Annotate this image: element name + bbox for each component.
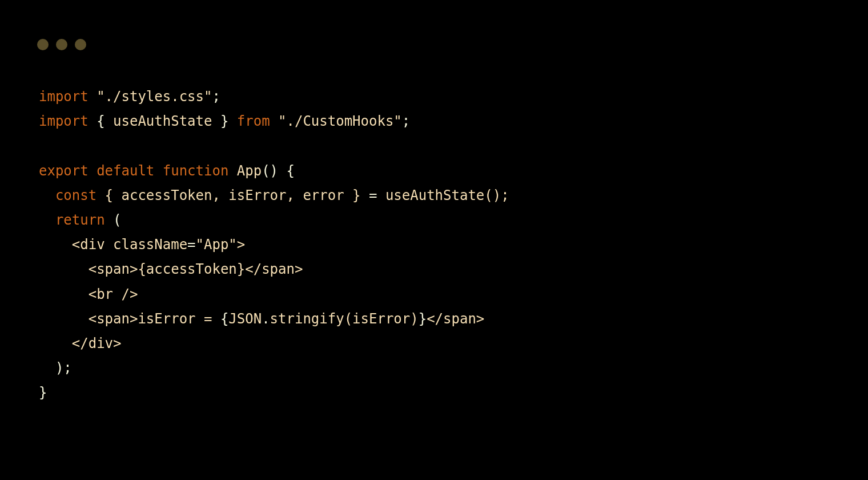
brace: }	[419, 311, 427, 327]
code-line: const { accessToken, isError, error } = …	[39, 183, 868, 208]
text: isError =	[138, 311, 220, 327]
paren: );	[55, 360, 72, 376]
code-line: import "./styles.css";	[39, 85, 868, 109]
code-line: );	[39, 356, 868, 381]
semicolon: ;	[212, 89, 220, 105]
jsx-tag-close: >	[237, 237, 245, 253]
keyword-function: function	[154, 163, 228, 179]
close-icon[interactable]	[37, 39, 49, 50]
code-line: return (	[39, 208, 868, 233]
equals: =	[187, 237, 195, 253]
destructure: { accessToken, isError, error }	[97, 187, 369, 203]
keyword-import: import	[39, 89, 89, 105]
keyword-from: from	[237, 113, 270, 129]
parens: ()	[262, 163, 278, 179]
brace: }	[39, 385, 47, 401]
brace: }	[212, 113, 236, 129]
jsx-tag: <span>	[89, 261, 138, 277]
brace: {	[89, 113, 113, 129]
jsx-tag: </span>	[245, 261, 303, 277]
dot: .	[262, 311, 270, 327]
code-line: <div className="App">	[39, 233, 868, 257]
jsx-expr: {accessToken}	[138, 261, 245, 277]
jsx-tag: <span>	[89, 311, 138, 327]
jsx-tag: <br />	[89, 286, 138, 302]
method: stringify	[270, 311, 344, 327]
keyword-import: import	[39, 113, 89, 129]
keyword-return: return	[55, 212, 105, 228]
keyword-const: const	[55, 187, 97, 203]
paren: (	[105, 212, 122, 228]
code-line: <span>isError = {JSON.stringify(isError)…	[39, 307, 868, 331]
string-literal: "./styles.css"	[97, 89, 212, 105]
code-window: import "./styles.css";import { useAuthSt…	[0, 0, 868, 405]
jsx-tag: </div>	[72, 335, 122, 351]
minimize-icon[interactable]	[56, 39, 67, 50]
brace: {	[278, 163, 295, 179]
code-line: <br />	[39, 282, 868, 307]
code-line: <span>{accessToken}</span>	[39, 257, 868, 282]
code-editor[interactable]: import "./styles.css";import { useAuthSt…	[0, 50, 868, 405]
keyword-export: export	[39, 163, 89, 179]
brace: {	[220, 311, 228, 327]
string-literal: "App"	[196, 237, 237, 253]
equals: =	[369, 187, 377, 203]
jsx-tag: </span>	[427, 311, 484, 327]
blank-line	[39, 134, 868, 158]
traffic-lights	[0, 0, 868, 50]
keyword-default: default	[89, 163, 155, 179]
maximize-icon[interactable]	[75, 39, 86, 50]
call-expr: useAuthState();	[377, 187, 509, 203]
jsx-attr: className	[105, 237, 188, 253]
jsx-tag-open: <div	[72, 237, 105, 253]
identifier: JSON	[228, 311, 262, 327]
identifier: useAuthState	[113, 113, 212, 129]
code-line: </div>	[39, 331, 868, 356]
function-name: App	[228, 163, 262, 179]
args: (isError)	[344, 311, 419, 327]
semicolon: ;	[402, 113, 410, 129]
code-line: import { useAuthState } from "./CustomHo…	[39, 109, 868, 134]
code-line: export default function App() {	[39, 159, 868, 183]
code-line: }	[39, 381, 868, 405]
string-literal: "./CustomHooks"	[270, 113, 402, 129]
